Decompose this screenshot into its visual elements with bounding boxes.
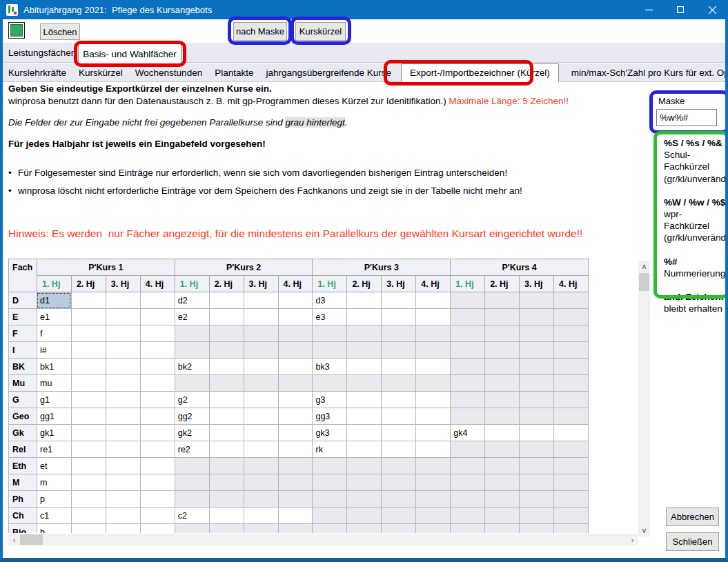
cell-Geo-pk2-hj1[interactable]: gg2	[175, 408, 209, 425]
scroll-up-icon[interactable]: ∧	[638, 261, 650, 272]
cell-Ch-pk2-hj4[interactable]	[278, 508, 313, 524]
cell-Geo-pk2-hj2[interactable]	[209, 408, 244, 425]
cell-Geo-pk2-hj3[interactable]	[244, 408, 278, 425]
cell-BK-pk3-hj1[interactable]: bk3	[313, 359, 347, 375]
horizontal-scroll-thumb[interactable]	[20, 534, 43, 545]
cell-D-pk2-hj2[interactable]	[209, 292, 244, 309]
cell-M-pk1-hj3[interactable]	[106, 474, 140, 491]
cell-G-pk3-hj3[interactable]	[382, 392, 416, 408]
cell-E-pk3-hj1[interactable]: e3	[313, 309, 347, 325]
delete-button[interactable]: Löschen	[40, 23, 80, 40]
cell-Eth-pk1-hj1[interactable]: et	[37, 458, 71, 474]
tab2-item-0[interactable]: Kurslehrkräfte	[8, 68, 66, 78]
cell-Geo-pk3-hj2[interactable]	[347, 408, 382, 425]
cell-D-pk3-hj1[interactable]: d3	[313, 292, 347, 309]
cell-G-pk3-hj1[interactable]: g3	[313, 392, 347, 408]
cell-G-pk2-hj2[interactable]	[209, 392, 244, 408]
cell-Ch-pk2-hj3[interactable]	[244, 508, 278, 524]
tab2-item-4[interactable]: jahrgangsübergreifende Kurse	[266, 68, 391, 78]
cell-D-pk1-hj4[interactable]	[140, 292, 175, 309]
cell-G-pk2-hj4[interactable]	[278, 392, 313, 408]
cell-G-pk1-hj1[interactable]: g1	[37, 392, 71, 408]
cell-D-pk2-hj4[interactable]	[278, 292, 313, 309]
cell-Mu-pk1-hj3[interactable]	[106, 375, 140, 392]
cell-BK-pk1-hj1[interactable]: bk1	[37, 359, 71, 375]
cell-M-pk1-hj1[interactable]: m	[37, 474, 71, 491]
cell-Gk-pk4-hj2[interactable]	[485, 425, 520, 441]
cell-Rel-pk3-hj1[interactable]: rk	[313, 441, 347, 458]
cell-Mu-pk1-hj4[interactable]	[140, 375, 175, 392]
horizontal-scrollbar[interactable]: ‹ ›	[8, 534, 638, 545]
cell-BK-pk3-hj4[interactable]	[416, 359, 451, 375]
cell-Rel-pk3-hj3[interactable]	[382, 441, 416, 458]
cell-Rel-pk3-hj4[interactable]	[416, 441, 451, 458]
cell-Eth-pk1-hj3[interactable]	[106, 458, 140, 474]
close-window-button[interactable]: Schließen	[666, 532, 719, 551]
cell-BK-pk3-hj2[interactable]	[347, 359, 382, 375]
cell-M-pk1-hj2[interactable]	[71, 474, 106, 491]
cell-Rel-pk1-hj3[interactable]	[106, 441, 140, 458]
cancel-button[interactable]: Abbrechen	[666, 508, 719, 526]
cell-Geo-pk1-hj4[interactable]	[140, 408, 175, 425]
cell-Rel-pk1-hj4[interactable]	[140, 441, 175, 458]
cell-BK-pk2-hj3[interactable]	[244, 359, 278, 375]
cell-Ch-pk1-hj3[interactable]	[106, 508, 140, 524]
cell-Bio-pk1-hj3[interactable]	[106, 524, 140, 534]
cell-Geo-pk1-hj2[interactable]	[71, 408, 106, 425]
cell-Mu-pk1-hj1[interactable]: mu	[37, 375, 71, 392]
cell-I-pk1-hj3[interactable]	[106, 342, 140, 359]
cell-G-pk1-hj3[interactable]	[106, 392, 140, 408]
cell-Ph-pk1-hj4[interactable]	[140, 491, 175, 508]
cell-Geo-pk2-hj4[interactable]	[278, 408, 313, 425]
cell-Rel-pk2-hj3[interactable]	[244, 441, 278, 458]
scroll-left-icon[interactable]: ‹	[8, 534, 20, 545]
cell-F-pk1-hj4[interactable]	[140, 325, 175, 342]
vertical-scrollbar[interactable]: ∧ ∨	[638, 261, 650, 536]
cell-E-pk1-hj3[interactable]	[106, 309, 140, 325]
cell-E-pk3-hj4[interactable]	[416, 309, 451, 325]
cell-Ch-pk2-hj2[interactable]	[209, 508, 244, 524]
cell-G-pk3-hj4[interactable]	[416, 392, 451, 408]
cell-Ph-pk1-hj3[interactable]	[106, 491, 140, 508]
cell-Geo-pk1-hj1[interactable]: gg1	[37, 408, 71, 425]
cell-BK-pk1-hj2[interactable]	[71, 359, 106, 375]
cell-F-pk1-hj1[interactable]: f	[37, 325, 71, 342]
cell-BK-pk2-hj2[interactable]	[209, 359, 244, 375]
cell-BK-pk2-hj1[interactable]: bk2	[175, 359, 209, 375]
tab-basis-und-wahlfaecher[interactable]: Basis- und Wahlfächer	[78, 43, 181, 63]
cell-E-pk3-hj3[interactable]	[382, 309, 416, 325]
cell-E-pk3-hj2[interactable]	[347, 309, 382, 325]
cell-D-pk3-hj2[interactable]	[347, 292, 382, 309]
cell-E-pk1-hj2[interactable]	[71, 309, 106, 325]
cell-BK-pk1-hj3[interactable]	[106, 359, 140, 375]
tab2-item-6[interactable]: min/max-Sch'Zahl pro Kurs für ext. Optim…	[571, 68, 728, 78]
cell-Rel-pk2-hj1[interactable]: re2	[175, 441, 209, 458]
maximize-button[interactable]	[665, 0, 696, 19]
cell-Gk-pk2-hj3[interactable]	[244, 425, 278, 441]
cell-Gk-pk2-hj1[interactable]: gk2	[175, 425, 209, 441]
cell-Gk-pk1-hj2[interactable]	[71, 425, 106, 441]
cell-BK-pk2-hj4[interactable]	[278, 359, 313, 375]
cell-Rel-pk2-hj4[interactable]	[278, 441, 313, 458]
cell-F-pk1-hj3[interactable]	[106, 325, 140, 342]
cell-Bio-pk1-hj2[interactable]	[71, 524, 106, 534]
cell-D-pk1-hj1[interactable]: d1	[37, 292, 71, 309]
maske-input[interactable]	[656, 109, 717, 126]
cell-D-pk2-hj1[interactable]: d2	[175, 292, 209, 309]
cell-D-pk2-hj3[interactable]	[244, 292, 278, 309]
cell-I-pk1-hj1[interactable]: i#	[37, 342, 71, 359]
close-button[interactable]	[696, 0, 728, 19]
cell-Ch-pk1-hj2[interactable]	[71, 508, 106, 524]
cell-G-pk2-hj3[interactable]	[244, 392, 278, 408]
cell-Gk-pk3-hj2[interactable]	[347, 425, 382, 441]
cell-Bio-pk1-hj4[interactable]	[140, 524, 175, 534]
vertical-scroll-thumb[interactable]	[639, 273, 649, 291]
cell-Gk-pk4-hj3[interactable]	[520, 425, 554, 441]
cell-Gk-pk4-hj1[interactable]: gk4	[451, 425, 485, 441]
nach-maske-button[interactable]: nach Maske	[233, 22, 287, 41]
cell-D-pk3-hj3[interactable]	[382, 292, 416, 309]
cell-D-pk1-hj3[interactable]	[106, 292, 140, 309]
cell-G-pk2-hj1[interactable]: g2	[175, 392, 209, 408]
cell-Gk-pk4-hj4[interactable]	[554, 425, 589, 441]
cell-BK-pk1-hj4[interactable]	[140, 359, 175, 375]
